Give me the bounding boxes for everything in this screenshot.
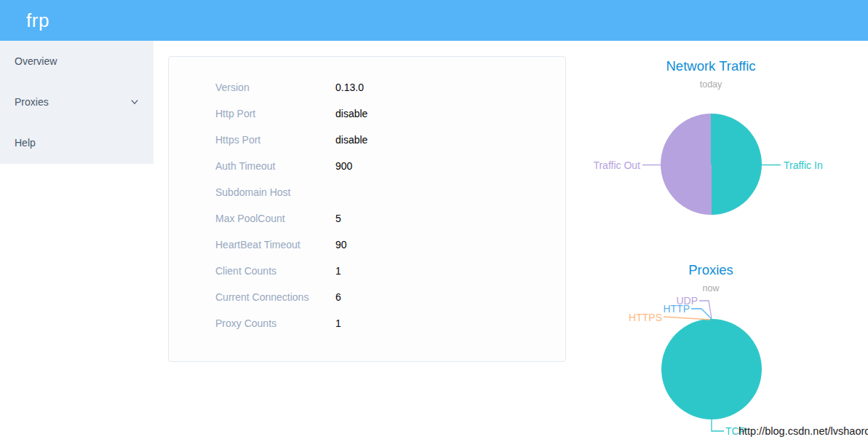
sidebar-item-overview[interactable]: Overview (0, 41, 154, 82)
overview-row: Max PoolCount5 (215, 213, 565, 224)
overview-row: Https Portdisable (215, 135, 565, 146)
overview-card: Version0.13.0Http PortdisableHttps Portd… (168, 56, 566, 362)
overview-row: HeartBeat Timeout90 (215, 240, 565, 250)
sidebar-item-help[interactable]: Help (0, 122, 154, 163)
proxies-pie[interactable] (661, 319, 762, 419)
sidebar-item-proxies[interactable]: Proxies (0, 82, 154, 122)
sidebar: Overview Proxies Help (0, 41, 154, 164)
row-value: 900 (335, 161, 352, 172)
row-label: Http Port (215, 108, 317, 119)
overview-rows: Version0.13.0Http PortdisableHttps Portd… (215, 82, 565, 329)
row-label: Current Connections (215, 292, 317, 303)
sidebar-item-label: Help (15, 137, 36, 149)
watermark-url: http://blog.csdn.net/lvshaorong (738, 425, 868, 437)
row-label: Subdomain Host (215, 187, 317, 198)
row-value: 0.13.0 (335, 82, 364, 93)
http-leader-line (691, 309, 712, 319)
overview-row: Version0.13.0 (215, 82, 565, 93)
pie-label-traffic-out: Traffic Out (538, 159, 640, 171)
overview-row: Client Counts1 (215, 266, 565, 277)
sidebar-item-label: Overview (15, 55, 57, 67)
network-traffic-title: Network Traffic (565, 58, 856, 74)
row-label: Client Counts (215, 266, 317, 277)
pie-label-traffic-in: Traffic In (784, 159, 823, 171)
pie-label-https: HTTPS (589, 312, 662, 323)
row-value: disable (335, 135, 367, 146)
row-label: Version (215, 82, 317, 93)
overview-row: Http Portdisable (215, 108, 565, 119)
row-value: 5 (335, 213, 341, 224)
row-label: Proxy Counts (215, 318, 317, 329)
frp-dashboard: frp Overview Proxies Help Version0.13.0H… (0, 0, 868, 442)
header-bar: frp (0, 0, 868, 41)
udp-leader-line (699, 301, 712, 318)
row-value: disable (335, 108, 367, 119)
row-value: 90 (335, 240, 347, 250)
chevron-down-icon (130, 97, 140, 107)
row-value: 6 (335, 292, 341, 303)
row-label: Https Port (215, 135, 317, 146)
row-label: Max PoolCount (215, 213, 317, 224)
app-logo: frp (26, 0, 49, 41)
overview-row: Proxy Counts1 (215, 318, 565, 329)
overview-row: Auth Timeout900 (215, 161, 565, 172)
overview-row: Current Connections6 (215, 292, 565, 303)
row-label: HeartBeat Timeout (215, 240, 317, 250)
proxies-title: Proxies (565, 262, 856, 278)
row-value: 1 (335, 318, 341, 329)
row-label: Auth Timeout (215, 161, 317, 172)
network-traffic-pie[interactable] (661, 114, 762, 215)
tcp-leader-line (712, 419, 724, 431)
overview-row: Subdomain Host (215, 187, 565, 198)
row-value: 1 (335, 266, 341, 277)
network-traffic-subtitle: today (565, 79, 856, 90)
proxies-subtitle: now (565, 283, 856, 293)
sidebar-item-label: Proxies (15, 96, 49, 108)
